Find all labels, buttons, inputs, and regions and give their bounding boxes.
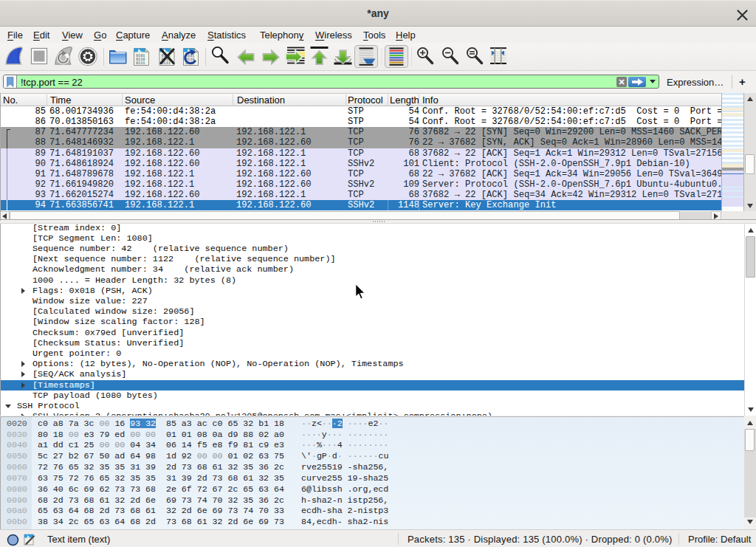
svg-text:0111: 0111 [136, 61, 145, 66]
